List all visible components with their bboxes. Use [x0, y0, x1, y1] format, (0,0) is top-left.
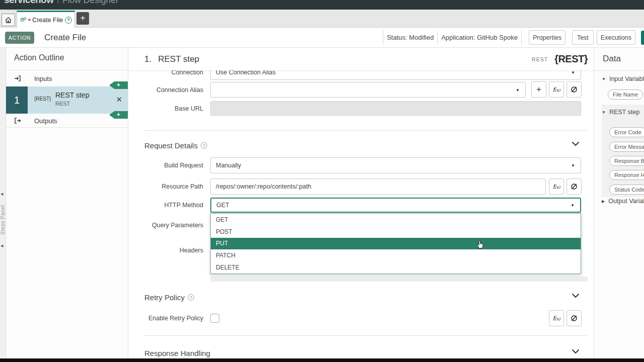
http-method-dropdown: GET POST PUT PATCH DELETE	[210, 213, 581, 274]
connection-alias-select[interactable]: ▼	[210, 82, 526, 98]
step-type-label: REST	[532, 56, 548, 62]
resource-path-input[interactable]: /repos/:owner/:repo/contents/:path	[210, 178, 546, 195]
dropdown-arrow-icon: ▼	[571, 163, 575, 168]
test-button[interactable]: Test	[572, 30, 594, 45]
header-divider-2	[521, 31, 522, 45]
option-patch[interactable]: PATCH	[211, 249, 581, 261]
action-outline-panel: Action Outline Inputs + 1 {REST} REST st…	[6, 48, 128, 358]
close-tab-icon[interactable]: ✕	[65, 17, 72, 24]
build-request-label: Build Request	[128, 157, 203, 173]
response-handling-header: Response Handling	[144, 349, 210, 357]
option-delete[interactable]: DELETE	[211, 261, 581, 274]
new-tab-button[interactable]: +	[76, 12, 89, 25]
hide-value-button-3[interactable]	[567, 310, 582, 326]
enable-retry-checkbox[interactable]	[210, 314, 219, 323]
collapse-triangle-icon: ▼	[602, 77, 606, 81]
add-connection-button[interactable]: +	[531, 81, 546, 98]
data-pill-picker-button[interactable]: f(x)	[549, 81, 564, 98]
step-number-label: 1.	[144, 54, 151, 64]
option-get[interactable]: GET	[211, 214, 581, 226]
outline-outputs[interactable]: Outputs	[6, 115, 128, 126]
help-icon-2[interactable]: ?	[188, 294, 194, 301]
rest-step-icon: {REST}	[34, 96, 51, 102]
collapse-left-icon-2: ◀	[1, 244, 3, 248]
executions-button[interactable]: Executions	[597, 30, 635, 45]
option-put[interactable]: PUT	[211, 238, 581, 250]
tab-label: Create File	[32, 17, 63, 24]
rest-step-group[interactable]: ▼REST step	[602, 109, 639, 116]
pill-error-code[interactable]: Error Code	[609, 127, 644, 137]
help-icon[interactable]: ?	[201, 142, 207, 149]
flow-action-icon: ⚙⚙	[20, 17, 27, 23]
output-variables-group[interactable]: ▶Output Variables	[602, 198, 644, 205]
delete-step-icon[interactable]: ✕	[116, 95, 122, 104]
collapse-section-icon-2[interactable]	[572, 293, 580, 298]
enable-retry-label: Enable Retry Policy	[128, 310, 203, 326]
base-url-label: Base URL	[128, 101, 203, 116]
tab-bar: ⚙⚙ * Create File ✕ +	[0, 10, 644, 28]
eye-slash-icon	[570, 85, 578, 94]
outline-title: Action Outline	[14, 53, 64, 62]
query-parameters-label: Query Parameters	[128, 217, 203, 233]
dropdown-arrow-icon: ▼	[516, 87, 520, 92]
collapse-section-icon[interactable]	[572, 141, 580, 146]
step-number: 1	[6, 86, 28, 114]
outline-inputs[interactable]: Inputs	[6, 73, 128, 84]
eye-slash-icon	[570, 183, 578, 191]
inputs-icon	[14, 74, 22, 82]
data-panel: Data ▼Input Variables File Name ▼REST st…	[594, 48, 644, 358]
outline-step-rest[interactable]: 1 {REST} REST step REST ✕	[6, 86, 128, 114]
data-pill-picker-button-3[interactable]: f(x)	[549, 310, 564, 326]
collapse-section-icon-3[interactable]	[572, 349, 580, 354]
data-panel-divider	[594, 70, 644, 71]
action-title: Create File	[44, 33, 86, 43]
home-icon	[5, 17, 12, 24]
headers-field-partial	[210, 277, 588, 282]
request-details-header: Request Details ?	[144, 141, 207, 150]
dropdown-arrow-icon: ▼	[571, 203, 575, 208]
build-request-select[interactable]: Manually ▼	[210, 157, 581, 173]
step-config-panel: Connection Use Connection Alias ▼ 1. RES…	[128, 48, 594, 358]
step-subtitle: REST	[55, 101, 70, 107]
inputs-label: Inputs	[34, 75, 52, 82]
application-text: Application: GitHub Spoke	[441, 34, 518, 41]
headers-label: Headers	[128, 242, 203, 258]
pill-status-code[interactable]: Status Code	[609, 185, 644, 195]
steps-panel-label: Steps Panel	[0, 176, 6, 264]
outline-divider	[6, 70, 128, 70]
status-text: Status: Modified	[387, 34, 434, 41]
hide-value-button-2[interactable]	[567, 178, 582, 195]
properties-button[interactable]: Properties	[529, 30, 566, 45]
pill-file-name[interactable]: File Name	[608, 89, 643, 100]
step-header: 1. REST step REST {REST}	[128, 48, 594, 70]
outputs-label: Outputs	[34, 117, 57, 125]
product-name: Flow Designer	[62, 0, 119, 6]
input-variables-group[interactable]: ▼Input Variables	[602, 75, 644, 82]
action-type-badge: ACTION	[5, 32, 34, 44]
save-button-partial[interactable]	[641, 31, 644, 45]
servicenow-logo: servicenow	[4, 0, 54, 6]
data-panel-title: Data	[603, 54, 621, 64]
tab-create-file[interactable]: ⚙⚙ * Create File ✕	[17, 11, 75, 28]
home-button[interactable]	[2, 14, 15, 26]
eye-slash-icon	[570, 314, 578, 322]
data-pill-picker-button-2[interactable]: f(x)	[549, 178, 564, 195]
option-post[interactable]: POST	[211, 226, 581, 238]
pill-error-message[interactable]: Error Message	[609, 142, 644, 152]
mouse-cursor	[476, 240, 484, 251]
header-divider	[437, 31, 438, 45]
step-title-label: REST step	[158, 54, 199, 64]
resource-path-label: Resource Path	[128, 178, 203, 195]
pill-response-header[interactable]: Response Header	[609, 170, 644, 180]
http-method-select[interactable]: GET ▼	[210, 198, 581, 213]
connection-alias-label: Connection Alias	[128, 82, 203, 98]
pill-response-body[interactable]: Response Body	[609, 156, 644, 166]
logo-divider	[58, 0, 59, 4]
collapse-triangle-icon-2: ▼	[602, 110, 606, 115]
rest-logo: {REST}	[554, 53, 588, 65]
steps-panel-collapsed[interactable]: ◀ Steps Panel ◀	[0, 48, 6, 358]
hide-value-button[interactable]	[567, 81, 582, 98]
bottom-black-bar	[0, 358, 644, 362]
expand-triangle-icon: ▶	[602, 199, 605, 204]
section-divider-2	[143, 335, 588, 336]
